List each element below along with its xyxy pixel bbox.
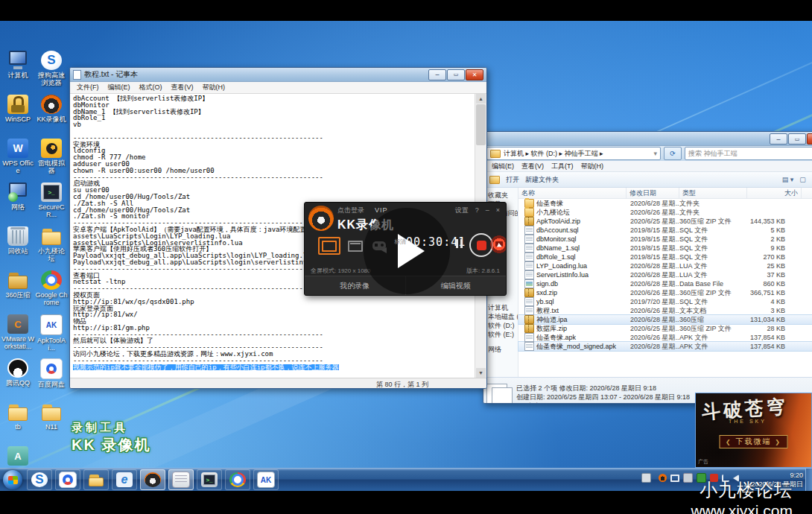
desktop-icon[interactable]: 百度网盘 <box>35 358 68 402</box>
column-header-date[interactable]: 修改日期 <box>627 188 679 198</box>
taskbar-button[interactable] <box>83 469 109 490</box>
nav-item[interactable]: 网络 <box>483 345 518 354</box>
desktop-icon[interactable]: N11 <box>35 402 68 446</box>
start-button[interactable] <box>3 470 22 489</box>
desktop-icon[interactable]: WinSCP <box>1 95 34 139</box>
open-button[interactable]: 打开 <box>506 175 519 185</box>
menu-item[interactable]: 编辑(E) <box>488 162 518 171</box>
table-row[interactable]: 仙圣奇缘 2020/6/28 星期.. 文件夹 <box>518 199 812 208</box>
ad-popup[interactable]: 斗破苍穹 THE SKY ❮ 下载微端 ❯ 广告 <box>695 393 812 468</box>
breadcrumb[interactable]: 计算机 ▸ 软件 (D:) ▸ 神仙手工端 ▸ ▾ <box>486 147 661 160</box>
scroll-up-arrow[interactable]: ▲ <box>476 94 486 104</box>
camera-button[interactable] <box>490 235 507 253</box>
table-row[interactable]: 仙圣奇缘_mod_signed.apk 2020/6/28 星期.. APK 文… <box>518 342 812 351</box>
download-button[interactable]: ❮ 下载微端 ❯ <box>719 435 788 448</box>
desktop-icon[interactable]: 搜狗高速浏览器 <box>35 51 68 95</box>
column-header-size[interactable]: 大小 <box>747 188 802 198</box>
column-header-name[interactable]: 名称 <box>518 188 627 198</box>
menu-item[interactable]: 查看(V) <box>168 83 197 92</box>
breadcrumb-path[interactable]: 计算机 ▸ 软件 (D:) ▸ 神仙手工端 ▸ <box>504 149 603 159</box>
desktop-icon[interactable]: 计算机 <box>1 51 34 95</box>
search-input[interactable]: 搜索 神仙手工端 <box>685 147 812 160</box>
desktop-icon[interactable]: tb <box>1 402 34 446</box>
table-row[interactable]: LYP_Loading.lua 2020/6/28 星期.. LUA 文件 25… <box>518 261 812 270</box>
table-row[interactable]: dbAccount.sql 2019/8/15 星期.. SQL 文件 5 KB <box>518 226 812 235</box>
screen-record-mode-button[interactable] <box>318 237 340 255</box>
column-header-type[interactable]: 类型 <box>679 188 747 198</box>
taskbar-button[interactable] <box>27 469 52 490</box>
chevron-down-icon[interactable]: ▾ <box>653 150 657 157</box>
views-icon[interactable]: ▤ ▾ <box>782 176 794 183</box>
desktop-icon[interactable]: 回收站 <box>1 226 34 270</box>
table-row[interactable]: ServerListInfo.lua 2020/6/28 星期.. LUA 文件… <box>518 270 812 279</box>
table-row[interactable]: dbRole_1.sql 2019/8/15 星期.. SQL 文件 270 K… <box>518 253 812 261</box>
scrollbar-thumb[interactable] <box>476 104 486 145</box>
new-folder-button[interactable]: 新建文件夹 <box>525 175 559 185</box>
menu-item[interactable]: 帮助(H) <box>199 83 229 92</box>
table-row[interactable]: ApkToolAid.zip 2020/6/25 星期.. 360压缩 ZIP … <box>518 217 812 226</box>
desktop-icon[interactable]: VMware Workstati... <box>1 314 34 358</box>
desktop-icon[interactable]: KK录像机 <box>35 95 68 139</box>
menu-item[interactable]: 编辑(E) <box>104 83 134 92</box>
taskbar-button[interactable] <box>55 469 80 490</box>
settings-button[interactable]: 设置 <box>455 206 469 215</box>
taskbar-button[interactable] <box>253 469 279 490</box>
help-button[interactable]: ? <box>475 206 479 214</box>
login-link[interactable]: 点击登录 <box>337 206 364 215</box>
menu-item[interactable]: 格式(O) <box>136 83 166 92</box>
window-record-mode-button[interactable] <box>346 239 364 253</box>
table-row[interactable]: sign.db 2020/6/28 星期.. Data Base File 86… <box>518 279 812 288</box>
taskbar-button[interactable] <box>112 469 137 490</box>
desktop-icon[interactable]: 腾讯QQ <box>1 358 34 402</box>
menu-item[interactable]: 查看(V) <box>518 162 548 171</box>
explorer-titlebar[interactable] <box>483 132 812 146</box>
close-button[interactable] <box>807 133 812 145</box>
taskbar-button[interactable] <box>168 469 194 490</box>
table-row[interactable]: 数据库.zip 2020/6/25 星期.. 360压缩 ZIP 文件 28 K… <box>518 324 812 333</box>
table-row[interactable]: 仙圣奇缘.apk 2020/6/26 星期.. APK 文件 137,854 K… <box>518 333 812 342</box>
maximize-button[interactable] <box>788 133 806 145</box>
table-row[interactable]: sxd.zip 2020/6/26 星期.. 360压缩 ZIP 文件 366,… <box>518 288 812 297</box>
pause-button[interactable] <box>452 238 466 250</box>
desktop-icon[interactable]: ApkToolAi... <box>35 314 68 358</box>
taskbar-button[interactable] <box>140 469 165 490</box>
nav-item[interactable]: 计算机 <box>483 303 518 312</box>
video-play-overlay[interactable] <box>364 208 450 294</box>
close-button[interactable] <box>466 69 483 80</box>
table-row[interactable]: 教程.txt 2020/6/26 星期.. 文本文档 3 KB <box>518 306 812 315</box>
minimize-button[interactable] <box>428 69 446 80</box>
notepad-titlebar[interactable]: 教程.txt - 记事本 <box>70 68 486 82</box>
menu-item[interactable]: 工具(T) <box>548 162 577 171</box>
tray-icon[interactable] <box>670 475 679 482</box>
desktop-icon[interactable]: SecureCR... <box>35 183 68 226</box>
table-row[interactable]: yb.sql 2019/7/20 星期.. SQL 文件 4 KB <box>518 297 812 306</box>
maximize-button[interactable] <box>447 69 465 80</box>
desktop-icon[interactable]: APKTool.exe <box>1 446 34 468</box>
preview-pane-icon[interactable]: ▢ <box>799 176 806 183</box>
nav-item[interactable]: 软件 (E:) <box>483 330 518 339</box>
table-row[interactable]: dbName_1.sql 2019/8/15 星期.. SQL 文件 9 KB <box>518 244 812 253</box>
desktop-icon[interactable]: Google Chrome <box>35 270 68 314</box>
table-row[interactable]: dbMonitor.sql 2019/8/15 星期.. SQL 文件 2 KB <box>518 235 812 244</box>
scroll-down-arrow[interactable]: ▼ <box>476 368 486 378</box>
desktop-icon[interactable]: 小九楼论坛 <box>35 226 68 270</box>
refresh-button[interactable]: ⟳ <box>664 147 682 160</box>
desktop-icon[interactable]: 网络 <box>1 183 34 226</box>
nav-item[interactable]: 本地磁盘 (C:) <box>483 312 518 321</box>
desktop-icon[interactable]: WPS Office <box>1 139 34 183</box>
taskbar-button[interactable] <box>197 469 222 490</box>
tray-icon[interactable] <box>641 473 651 483</box>
menu-item[interactable]: 文件(F) <box>73 83 103 92</box>
taskbar-button[interactable] <box>225 469 250 490</box>
nav-item[interactable]: 收藏夹 <box>483 191 518 200</box>
table-row[interactable]: 小九楼论坛 2020/6/26 星期.. 文件夹 <box>518 208 812 217</box>
show-desktop-button[interactable] <box>805 469 812 491</box>
table-row[interactable]: 神仙道.ipa 2020/6/28 星期.. 360压缩 131,034 KB <box>518 315 812 324</box>
tray-icon[interactable] <box>659 474 667 482</box>
nav-item[interactable]: 软件 (D:) <box>483 321 518 330</box>
minimize-button[interactable]: – <box>486 206 489 214</box>
desktop-icon[interactable]: 360压缩 <box>1 270 34 314</box>
menu-item[interactable]: 帮助(H) <box>577 162 608 171</box>
minimize-button[interactable] <box>770 133 787 145</box>
close-button[interactable]: × <box>496 206 500 214</box>
